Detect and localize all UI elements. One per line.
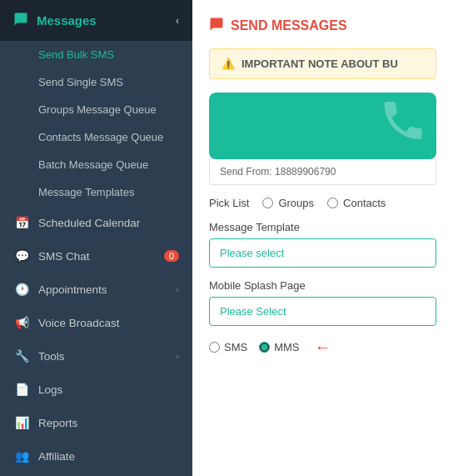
main-content: SEND MESSAGES ⚠️ IMPORTANT NOTE ABOUT BU… xyxy=(192,0,453,476)
groups-message-queue-label: Groups Message Queue xyxy=(38,103,157,116)
affiliate-label: Affiliate xyxy=(38,450,179,463)
voice-broadcast-label: Voice Broadcast xyxy=(38,317,179,329)
sms-label: SMS xyxy=(224,341,247,353)
page-title: SEND MESSAGES xyxy=(209,17,436,35)
send-from-label: Send From: xyxy=(220,166,272,178)
mobile-splash-field: Mobile Splash Page Please Select xyxy=(209,279,436,326)
pick-list-label: Pick List xyxy=(209,197,249,209)
sidebar-item-reports[interactable]: 📊 Reports xyxy=(0,406,192,439)
messages-submenu: Send Bulk SMS Send Single SMS Groups Mes… xyxy=(0,41,192,206)
voice-broadcast-icon: 📢 xyxy=(13,316,30,329)
affiliate-icon: 👥 xyxy=(13,449,30,463)
sms-chat-badge: 0 xyxy=(164,250,179,262)
appointments-chevron-icon: › xyxy=(176,284,179,294)
sidebar-item-message-templates[interactable]: Message Templates xyxy=(0,178,192,206)
mobile-splash-placeholder: Please Select xyxy=(220,305,286,318)
pick-list-row: Pick List Groups Contacts xyxy=(209,197,436,209)
sms-radio-group[interactable]: SMS xyxy=(209,341,247,353)
contacts-radio-label: Contacts xyxy=(343,197,386,209)
mms-radio[interactable] xyxy=(259,342,270,353)
important-note-text: IMPORTANT NOTE ABOUT BU xyxy=(241,58,398,70)
phone-card-icon xyxy=(378,96,428,157)
mms-arrow-icon: ← xyxy=(315,338,331,357)
contacts-radio[interactable] xyxy=(327,198,338,208)
sidebar-item-affiliate[interactable]: 👥 Affiliate xyxy=(0,439,192,473)
send-bulk-sms-label: Send Bulk SMS xyxy=(38,48,114,61)
sidebar: Messages ‹ Send Bulk SMS Send Single SMS… xyxy=(0,0,192,476)
mms-label: MMS xyxy=(274,341,299,353)
contacts-radio-group[interactable]: Contacts xyxy=(327,197,386,209)
sms-chat-label: SMS Chat xyxy=(38,250,159,263)
logs-icon: 📄 xyxy=(13,383,30,396)
appointments-label: Appointments xyxy=(38,283,176,296)
sidebar-item-send-single-sms[interactable]: Send Single SMS xyxy=(0,68,192,96)
phone-card xyxy=(209,93,436,159)
calendar-icon: 📅 xyxy=(13,216,30,229)
sidebar-item-scheduled-calendar[interactable]: 📅 Scheduled Calendar xyxy=(0,206,192,239)
scheduled-calendar-label: Scheduled Calendar xyxy=(38,217,179,229)
groups-radio-group[interactable]: Groups xyxy=(262,197,314,209)
mobile-splash-select[interactable]: Please Select xyxy=(209,297,436,326)
message-template-placeholder: Please select xyxy=(220,247,284,259)
groups-radio[interactable] xyxy=(262,198,273,208)
send-single-sms-label: Send Single SMS xyxy=(38,76,123,88)
messages-label: Messages xyxy=(37,13,97,28)
batch-message-queue-label: Batch Message Queue xyxy=(38,158,148,171)
send-from-number: 18889906790 xyxy=(275,166,336,178)
sidebar-item-send-bulk-sms[interactable]: Send Bulk SMS xyxy=(0,41,192,68)
messages-chevron-icon: ‹ xyxy=(176,15,179,27)
message-template-select[interactable]: Please select xyxy=(209,238,436,268)
sidebar-item-appointments[interactable]: 🕐 Appointments › xyxy=(0,273,192,306)
tools-icon: 🔧 xyxy=(13,349,30,363)
sms-mms-row: SMS MMS ← xyxy=(209,338,436,357)
chat-icon: 💬 xyxy=(13,249,30,263)
page-title-text: SEND MESSAGES xyxy=(231,18,347,33)
messages-icon xyxy=(13,12,28,29)
send-messages-icon xyxy=(209,17,224,35)
sidebar-item-groups-message-queue[interactable]: Groups Message Queue xyxy=(0,96,192,123)
sidebar-item-logs[interactable]: 📄 Logs xyxy=(0,373,192,406)
sidebar-item-contacts-message-queue[interactable]: Contacts Message Queue xyxy=(0,123,192,151)
tools-label: Tools xyxy=(38,350,176,363)
reports-label: Reports xyxy=(38,417,179,429)
sms-radio[interactable] xyxy=(209,342,220,353)
appointments-icon: 🕐 xyxy=(13,283,30,296)
sidebar-item-sms-chat[interactable]: 💬 SMS Chat 0 xyxy=(0,239,192,273)
sidebar-item-messages[interactable]: Messages ‹ xyxy=(0,0,192,41)
mobile-splash-label: Mobile Splash Page xyxy=(209,279,436,292)
contacts-message-queue-label: Contacts Message Queue xyxy=(38,131,163,143)
logs-label: Logs xyxy=(38,383,179,396)
mms-radio-group[interactable]: MMS xyxy=(259,341,299,353)
reports-icon: 📊 xyxy=(13,416,30,429)
send-from-row: Send From: 18889906790 xyxy=(209,159,436,185)
sidebar-item-tools[interactable]: 🔧 Tools › xyxy=(0,339,192,373)
warning-icon: ⚠️ xyxy=(222,58,235,70)
sidebar-item-batch-message-queue[interactable]: Batch Message Queue xyxy=(0,151,192,178)
message-template-field: Message Template Please select xyxy=(209,221,436,268)
tools-chevron-icon: › xyxy=(176,351,179,361)
message-templates-label: Message Templates xyxy=(38,186,134,198)
sidebar-item-voice-broadcast[interactable]: 📢 Voice Broadcast xyxy=(0,306,192,339)
important-note-banner: ⚠️ IMPORTANT NOTE ABOUT BU xyxy=(209,48,436,79)
message-template-label: Message Template xyxy=(209,221,436,233)
groups-radio-label: Groups xyxy=(278,197,314,209)
